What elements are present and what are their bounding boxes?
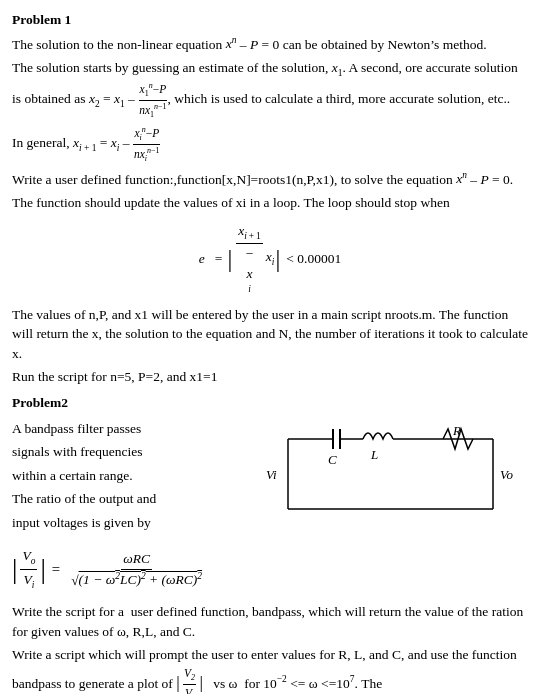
problem1-line5: Write a user defined function:,function[… — [12, 169, 528, 189]
vo-vi-fraction: Vo Vi — [20, 546, 37, 592]
p2-line3: within a certain range. — [12, 466, 250, 486]
fraction-general: xin−P nxin−1 — [133, 124, 161, 164]
equation-block: e = | xi + 1 − xi xi | < 0.00001 — [12, 221, 528, 297]
inline-fraction: V2 Vi — [183, 665, 196, 694]
p2-formula-line1: Write the script for a user defined func… — [12, 602, 528, 641]
p2-line2: signals with frequencies — [12, 442, 250, 462]
l-label: L — [370, 447, 378, 462]
problem1-line2: The solution starts by guessing an estim… — [12, 58, 528, 121]
vi-label: Vi — [266, 467, 277, 482]
p2-line5: input voltages is given by — [12, 513, 250, 533]
p2-formula-line3: Write a script which will prompt the use… — [12, 645, 528, 694]
problem1-line9: Run the script for n=5, P=2, and x1=1 — [12, 367, 528, 387]
formula-block: | Vo Vi | = ωRC √(1 − ω2LC)2 + (ωRC)2 — [12, 546, 528, 592]
main-formula-fraction: ωRC √(1 − ω2LC)2 + (ωRC)2 — [69, 549, 204, 590]
problem1-general: In general, xi + 1 = xi – xin−P nxin−1 — [12, 124, 528, 164]
problem2-section: Problem2 A bandpass filter passes signal… — [12, 393, 528, 694]
problem1-line7: The values of n,P, and x1 will be entere… — [12, 305, 528, 364]
problem2-title: Problem2 — [12, 393, 528, 413]
vo-label: Vo — [500, 467, 514, 482]
problem1-line6: The function should update the values of… — [12, 193, 528, 213]
circuit-diagram: Vi C L R — [258, 419, 528, 529]
problem1-section: Problem 1 The solution to the non-linear… — [12, 10, 528, 387]
problem1-line1: The solution to the non-linear equation … — [12, 34, 528, 54]
circuit-container: A bandpass filter passes signals with fr… — [12, 419, 528, 537]
abs-bar-left: | — [12, 556, 17, 583]
problem1-title: Problem 1 — [12, 10, 528, 30]
c-label: C — [328, 452, 337, 467]
p2-line1: A bandpass filter passes — [12, 419, 250, 439]
e-fraction: xi + 1 − xi — [236, 221, 262, 297]
circuit-text: A bandpass filter passes signals with fr… — [12, 419, 258, 537]
p2-line4: The ratio of the output and — [12, 489, 250, 509]
abs-bar-right: | — [40, 556, 45, 583]
fraction-x2: x1n−P nx1n−1 — [138, 80, 167, 120]
circuit-svg: Vi C L R — [258, 419, 528, 529]
